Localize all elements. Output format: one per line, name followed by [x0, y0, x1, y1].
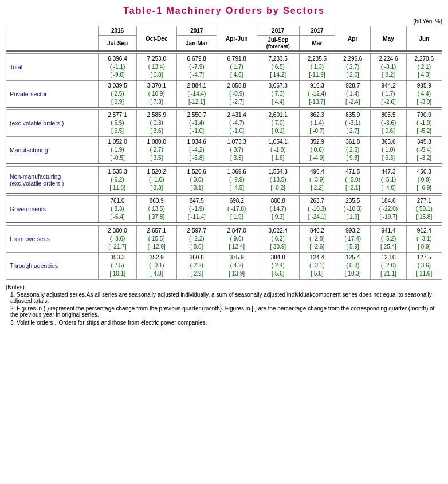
cell-3-8: 345.8( -5.4)[ -3.2] — [406, 137, 442, 164]
cell-6-0: 2,300.0( -8.6)[ -21.7] — [99, 225, 137, 252]
table-row: Governments761.0( 8.3)[ -6.4]863.9( 13.5… — [6, 196, 442, 223]
row-label-3: Manufacturing — [6, 137, 99, 164]
header-label-col — [6, 26, 99, 52]
note-item-2: 3. Volatile orders：Orders for ships and … — [10, 319, 442, 327]
cell-0-5: 2,235.5( 1.3)[-11.9] — [299, 53, 335, 80]
cell-2-3: 2,431.4( -4.7)[ -1.0] — [217, 110, 257, 137]
cell-2-2: 2,550.7( -1.4)[ -1.0] — [176, 110, 217, 137]
cell-6-1: 2,657.1( 15.5)[ -12.9] — [136, 225, 176, 252]
cell-7-6: 125.4( 0.8)[ 10.3] — [335, 252, 371, 279]
cell-4-3: 1,369.6( -9.9)[ -4.5] — [217, 166, 257, 194]
cell-3-4: 1,054.1( -1.8)[ 1.6] — [257, 137, 299, 164]
page-title: Table-1 Machinery Orders by Sectors — [6, 6, 442, 16]
table-row: From overseas2,300.0( -8.6)[ -21.7]2,657… — [6, 225, 442, 252]
header-2017-forecast-group: 2017 — [257, 26, 299, 36]
cell-3-7: 365.6( 1.0)[ 6.3] — [371, 137, 406, 164]
cell-0-0: 6,396.4( -1.1)[ -9.0] — [99, 53, 137, 80]
cell-0-1: 7,253.0( 13.4)[ 0.8] — [136, 53, 176, 80]
cell-7-1: 352.9( -0.1)[ 4.8] — [136, 252, 176, 279]
table-row: Through agencies353.3( 7.5)[ 10.1]352.9(… — [6, 252, 442, 279]
cell-2-4: 2,601.1( 7.0)[ 0.1] — [257, 110, 299, 137]
header-jan-mar: Jan-Mar — [176, 36, 217, 52]
header-jul-sep-2016: Jul-Sep — [99, 36, 137, 52]
table-row: (exc.volatile orders )2,577.1( 5.5)[ 6.5… — [6, 110, 442, 137]
cell-2-6: 835.9( -3.1)[ 2.7] — [335, 110, 371, 137]
cell-3-6: 361.8( 2.5)[ 9.8] — [335, 137, 371, 164]
cell-3-0: 1,052.0( 1.9)[ -0.5] — [99, 137, 137, 164]
cell-1-1: 3,370.1( 10.9)[ 7.3] — [136, 80, 176, 108]
cell-6-3: 2,847.0( 9.6)[ 12.4] — [217, 225, 257, 252]
cell-2-5: 862.3( 1.4)[ -0.7] — [299, 110, 335, 137]
header-2017: 2017 — [176, 26, 217, 36]
notes-header: (Notes) — [6, 284, 442, 290]
cell-4-6: 471.5( -5.0)[ -2.1] — [335, 166, 371, 194]
cell-4-0: 1,535.3( 6.2)[ 11.8] — [99, 166, 137, 194]
row-label-5: Governments — [6, 196, 99, 223]
table-row: Non-manufacturing(exc.volatile orders )1… — [6, 166, 442, 194]
cell-0-7: 2,224.6( -3.1)[ 8.2] — [371, 53, 406, 80]
cell-6-7: 941.4( -5.2)[ 25.4] — [371, 225, 406, 252]
cell-2-0: 2,577.1( 5.5)[ 6.5] — [99, 110, 137, 137]
cell-0-4: 7,233.5( 6.5)[ 14.2] — [257, 53, 299, 80]
cell-7-3: 375.9( 4.2)[ 13.9] — [217, 252, 257, 279]
row-label-6: From overseas — [6, 225, 99, 252]
cell-0-2: 6,679.8( -7.9)[ -4.7] — [176, 53, 217, 80]
header-jul-sep-forecast: Jul-Sep(forecast) — [257, 36, 299, 52]
cell-1-7: 944.2( 1.7)[ -2.6] — [371, 80, 406, 108]
note-item-0: 1. Seasonally adjusted series.As all ser… — [10, 292, 442, 304]
cell-1-2: 2,884.1( -14.4)[-12.1] — [176, 80, 217, 108]
cell-5-7: 184.6( -22.0)[ -19.7] — [371, 196, 406, 223]
cell-1-3: 2,858.8( -0.9)[ -2.7] — [217, 80, 257, 108]
header-apr: Apr — [335, 26, 371, 52]
cell-7-5: 124.4( -3.1)[ 5.8] — [299, 252, 335, 279]
cell-5-8: 277.1( 50.1)[ 15.8] — [406, 196, 442, 223]
cell-6-2: 2,597.7( -2.2)[ 8.0] — [176, 225, 217, 252]
cell-6-4: 3,022.4( 6.2)[ 30.9] — [257, 225, 299, 252]
cell-6-5: 846.2( -2.8)[ -2.6] — [299, 225, 335, 252]
header-jun: Jun — [406, 26, 442, 52]
note-item-1: 2. Figures in ( ) represent the percenta… — [10, 305, 442, 318]
cell-7-4: 384.8( 2.4)[ 5.6] — [257, 252, 299, 279]
cell-5-1: 863.9( 13.5)[ 37.8] — [136, 196, 176, 223]
header-apr-jun: Apr-Jun — [217, 26, 257, 52]
cell-5-0: 761.0( 8.3)[ -6.4] — [99, 196, 137, 223]
header-2017-month-group: 2017 — [299, 26, 335, 36]
row-label-2: (exc.volatile orders ) — [6, 110, 99, 137]
cell-4-5: 496.4( -3.9)[ 2.2] — [299, 166, 335, 194]
cell-4-8: 450.8( 0.8)[ -6.9] — [406, 166, 442, 194]
cell-5-5: 263.7( -10.3)[ -24.1] — [299, 196, 335, 223]
cell-4-1: 1,520.2( -1.0)[ 3.3] — [136, 166, 176, 194]
cell-1-8: 985.9( 4.4)[ -3.0] — [406, 80, 442, 108]
row-label-0: Total — [6, 53, 99, 80]
table-row: Manufacturing1,052.0( 1.9)[ -0.5]1,080.0… — [6, 137, 442, 164]
unit-label: (bil.Yen, %) — [6, 18, 442, 25]
cell-5-2: 847.5( -1.9)[ -11.4] — [176, 196, 217, 223]
cell-1-0: 3,039.5( 2.5)[ 0.9] — [99, 80, 137, 108]
table-row: Total6,396.4( -1.1)[ -9.0]7,253.0( 13.4)… — [6, 53, 442, 80]
cell-0-3: 6,791.8( 1.7)[ 4.6] — [217, 53, 257, 80]
cell-3-3: 1,073.3( 3.7)[ 3.5] — [217, 137, 257, 164]
row-label-7: Through agencies — [6, 252, 99, 279]
header-may: May — [371, 26, 406, 52]
cell-5-6: 235.5( -10.3)[ 1.9] — [335, 196, 371, 223]
header-2016: 2016 — [99, 26, 137, 36]
cell-5-4: 800.8( 14.7)[ 9.3] — [257, 196, 299, 223]
row-label-1: Private-sector — [6, 80, 99, 108]
cell-1-6: 928.7( 1.4)[ -2.4] — [335, 80, 371, 108]
cell-3-2: 1,034.6( -4.2)[ -6.8] — [176, 137, 217, 164]
cell-7-8: 127.5( 3.6)[ 11.6] — [406, 252, 442, 279]
header-mar: Mar — [299, 36, 335, 52]
cell-6-8: 912.4( -3.1)[ 8.9] — [406, 225, 442, 252]
cell-7-7: 123.0( -2.0)[ 21.1] — [371, 252, 406, 279]
cell-7-2: 360.8( 2.2)[ 2.9] — [176, 252, 217, 279]
cell-5-3: 698.2( -17.8)[ 1.9] — [217, 196, 257, 223]
header-oct-dec: Oct-Dec — [136, 26, 176, 52]
cell-2-1: 2,585.9( 0.3)[ 3.6] — [136, 110, 176, 137]
cell-4-7: 447.3( -5.1)[ -4.0] — [371, 166, 406, 194]
cell-0-6: 2,296.6( 2.7)[ 2.0] — [335, 53, 371, 80]
notes-section: (Notes) 1. Seasonally adjusted series.As… — [6, 284, 442, 327]
cell-2-8: 790.0( -1.9)[ -5.2] — [406, 110, 442, 137]
cell-6-6: 993.2( 17.4)[ 5.9] — [335, 225, 371, 252]
cell-4-2: 1,520.6( 0.0)[ 3.1] — [176, 166, 217, 194]
table-row: Private-sector3,039.5( 2.5)[ 0.9]3,370.1… — [6, 80, 442, 108]
